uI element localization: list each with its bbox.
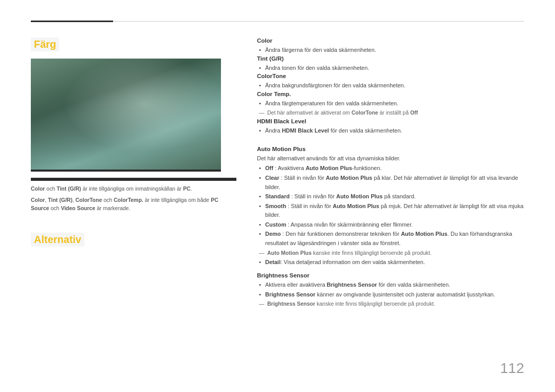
section-automotionplus-bullet-standard: Standard : Ställ in nivån för Auto Motio… [257, 192, 524, 201]
section-automotionplus: Auto Motion Plus Det här alternativet an… [257, 146, 524, 267]
section-tint-title: Tint (G/R) [257, 55, 524, 62]
section-automotionplus-title: Auto Motion Plus [257, 146, 524, 152]
section-automotionplus-note: Auto Motion Plus kanske inte finns tillg… [257, 249, 524, 257]
section-color-title: Color [257, 38, 524, 44]
section-automotionplus-body: Det här alternativet används för att vis… [257, 154, 524, 163]
top-line-dark [31, 21, 113, 22]
product-image [31, 59, 221, 172]
farg-section: Färg Color och Tint (G/R) är inte tillgä… [31, 38, 236, 212]
page-number: 112 [500, 360, 524, 377]
section-brightnesssensor-title: Brightness Sensor [257, 272, 524, 278]
section-hdmiblacklevel-title: HDMI Black Level [257, 118, 524, 124]
farg-note2-videosource: Video Source [61, 205, 95, 211]
section-hdmiblacklevel: HDMI Black Level Ändra HDMI Black Level … [257, 118, 524, 136]
image-bottom-bar [31, 178, 236, 181]
section-automotionplus-bullet-detail: Detail: Visa detaljerad information om d… [257, 258, 524, 267]
section-colortemp-title: Color Temp. [257, 91, 524, 97]
farg-note2: Color, Tint (G/R), ColorTone och ColorTe… [31, 196, 236, 213]
section-automotionplus-bullet-demo: Demo : Den här funktionen demonstrerar t… [257, 230, 524, 248]
top-lines [31, 21, 524, 22]
farg-note2-color: Color [31, 197, 45, 203]
alternativ-title: Alternativ [31, 233, 84, 247]
section-color: Color Ändra färgerna för den valda skärm… [257, 38, 524, 55]
section-colortemp-note: Det här alternativet är aktiverat om Col… [257, 109, 524, 117]
section-colortemp-bullet1: Ändra färgtemperaturen för den valda skä… [257, 99, 524, 108]
section-automotionplus-bullet-clear: Clear : Ställ in nivån för Auto Motion P… [257, 174, 524, 192]
section-tint: Tint (G/R) Ändra tonen för den valda skä… [257, 55, 524, 73]
farg-note2-tint: Tint (G/R) [48, 197, 72, 203]
top-line-light [113, 21, 524, 22]
product-image-inner [31, 59, 221, 172]
left-column: Färg Color och Tint (G/R) är inte tillgä… [31, 38, 236, 309]
section-automotionplus-bullet-smooth: Smooth : Ställ in nivån för Auto Motion … [257, 202, 524, 220]
farg-note1-pc: PC [183, 185, 191, 192]
section-colortemp: Color Temp. Ändra färgtemperaturen för d… [257, 91, 524, 117]
section-brightnesssensor-bullet1: Aktivera eller avaktivera Brightness Sen… [257, 281, 524, 290]
farg-note1-tint: Tint (G/R) [57, 185, 81, 192]
section-colortone: ColorTone Ändra bakgrundsfärgtonen för d… [257, 73, 524, 90]
farg-note2-colortone: ColorTone [76, 197, 102, 203]
farg-title: Färg [31, 38, 59, 51]
alternativ-section: Alternativ [31, 233, 236, 254]
section-brightnesssensor-note: Brightness Sensor kanske inte finns till… [257, 300, 524, 308]
section-colortone-bullet1: Ändra bakgrundsfärgtonen för den valda s… [257, 81, 524, 90]
farg-note2-colortemp: ColorTemp. [114, 197, 143, 203]
section-tint-bullet1: Ändra tonen för den valda skärmenheten. [257, 64, 524, 73]
right-column: Color Ändra färgerna för den valda skärm… [257, 38, 524, 309]
section-automotionplus-bullet-custom: Custom : Anpassa nivån för skärminbränni… [257, 220, 524, 230]
farg-note1: Color och Tint (G/R) är inte tillgänglig… [31, 185, 236, 193]
section-color-bullet1: Ändra färgerna för den valda skärmenhete… [257, 46, 524, 55]
section-colortone-title: ColorTone [257, 73, 524, 79]
section-hdmiblacklevel-bullet1: Ändra HDMI Black Level för den valda skä… [257, 126, 524, 136]
section-automotionplus-bullet-off: Off : Avaktivera Auto Motion Plus-funkti… [257, 164, 524, 173]
section-brightnesssensor-bullet2: Brightness Sensor känner av omgivande lj… [257, 290, 524, 300]
farg-note1-color: Color [31, 185, 45, 192]
section-brightnesssensor: Brightness Sensor Aktivera eller avaktiv… [257, 272, 524, 308]
